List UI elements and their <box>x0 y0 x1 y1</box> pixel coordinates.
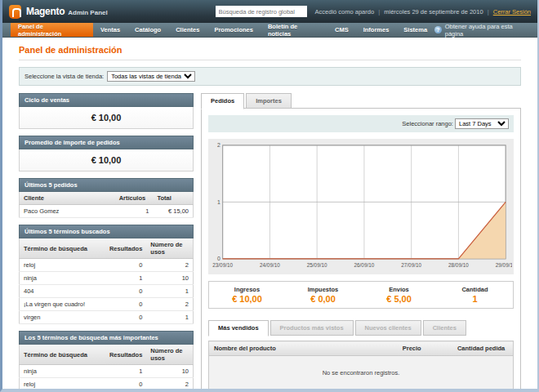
table-cell: reloj <box>20 259 105 272</box>
admin-window: Magento Admin Panel Accedió como apardo … <box>0 0 539 392</box>
brand-name: Magento <box>26 6 65 17</box>
range-label: Seleccionar rango: <box>402 120 453 127</box>
store-switcher-label: Seleccione la vista de tienda: <box>24 73 104 80</box>
header-meta: Accedió como apardo | miércoles 29 de se… <box>315 8 531 16</box>
global-search-input[interactable] <box>216 6 307 17</box>
table-cell: ¡La virgen que cuadro! <box>20 298 105 311</box>
svg-text:24/09/10: 24/09/10 <box>260 262 280 268</box>
help-globe-icon: ? <box>434 26 442 33</box>
logout-link[interactable]: Cerrar Sesión <box>493 8 531 16</box>
column-header: Número de usos <box>146 238 193 259</box>
table-cell: 0 <box>105 259 146 272</box>
table-cell: 0 <box>105 285 146 298</box>
store-switcher-select[interactable]: Todas las vistas de tienda <box>107 71 195 82</box>
brand-suffix: Admin Panel <box>68 9 107 16</box>
stat-cantidad: Cantidad 1 <box>437 286 513 304</box>
column-header: Resultados <box>105 238 146 259</box>
card-title: Los 5 términos de búsqueda más important… <box>19 331 194 345</box>
table-row: Paco Gomez1€ 15,00 <box>20 205 194 218</box>
totals-row: Ingresos € 10,00 Impuestos € 0,00 Envíos… <box>208 281 514 309</box>
svg-text:2: 2 <box>217 142 220 148</box>
magento-logo-icon <box>9 5 21 19</box>
orders-chart-box: 01223/09/1024/09/1025/09/1026/09/1027/09… <box>208 139 514 274</box>
right-column: Pedidos Importes Seleccionar rango: Last… <box>201 93 521 392</box>
tab-nuevos-clientes[interactable]: Nuevos clientes <box>355 320 421 336</box>
products-grid: Nombre del productoPrecioCantidad pedida… <box>208 341 514 392</box>
help-link[interactable]: ? Obtener ayuda para esta página <box>434 23 529 37</box>
column-header: Término de búsqueda <box>20 238 105 259</box>
stat-impuestos: Impuestos € 0,00 <box>285 286 361 304</box>
table-cell: 0 <box>105 311 146 324</box>
logged-in-as: Accedió como apardo <box>315 8 375 16</box>
last-search-terms-card: Últimos 5 términos buscados Término de b… <box>19 225 194 324</box>
range-select[interactable]: Last 7 Days <box>455 118 509 129</box>
nav-item-sistema[interactable]: Sistema <box>396 23 434 37</box>
tab-pedidos[interactable]: Pedidos <box>201 93 244 109</box>
stat-ingresos: Ingresos € 10,00 <box>209 286 285 304</box>
nav-item-boletin[interactable]: Boletín de noticias <box>261 23 327 37</box>
last-search-terms-table: Término de búsquedaResultadosNúmero de u… <box>19 238 194 324</box>
table-cell: 1 <box>115 205 154 218</box>
nav-item-catalogo[interactable]: Catálogo <box>127 23 168 37</box>
column-header: Cliente <box>20 192 115 205</box>
table-row: ninja110 <box>20 272 194 285</box>
svg-text:25/09/10: 25/09/10 <box>307 262 327 268</box>
column-header: Término de búsqueda <box>20 345 105 365</box>
help-label: Obtener ayuda para esta página <box>445 23 529 38</box>
table-cell: € 15,00 <box>154 205 194 218</box>
table-row: ninja110 <box>20 365 194 378</box>
page-title: Panel de administración <box>19 45 521 60</box>
tab-productos-mas-vistos[interactable]: Productos más vistos <box>270 320 354 336</box>
table-row: reloj02 <box>20 259 194 272</box>
table-cell: 1 <box>146 285 193 298</box>
tab-clientes[interactable]: Clientes <box>423 320 466 336</box>
last-orders-card: Últimos 5 pedidos ClienteArtículosTotal … <box>19 178 194 218</box>
card-value: € 10,00 <box>19 107 194 129</box>
nav-item-cms[interactable]: CMS <box>327 23 356 37</box>
table-cell: 1 <box>146 311 193 324</box>
range-bar: Seleccionar rango: Last 7 Days <box>208 115 514 132</box>
lifetime-sales-card: Ciclo de ventas € 10,00 <box>19 93 194 129</box>
tab-importes[interactable]: Importes <box>246 93 292 109</box>
column-header: Nombre del producto <box>209 341 398 356</box>
table-row: 40401 <box>20 285 194 298</box>
table-cell: 2 <box>146 298 193 311</box>
stat-envios: Envíos € 5,00 <box>361 286 437 304</box>
top-search-terms-table: Término de búsquedaResultadosNúmero de u… <box>19 345 194 392</box>
table-cell: virgen <box>20 311 105 324</box>
table-cell: 0 <box>105 298 146 311</box>
table-cell: ninja <box>20 365 105 378</box>
last-orders-table: ClienteArtículosTotal Paco Gomez1€ 15,00 <box>19 192 194 218</box>
tab-mas-vendidos[interactable]: Más vendidos <box>208 320 269 336</box>
table-cell: 0 <box>105 378 146 391</box>
table-cell: 2 <box>146 259 193 272</box>
table-cell: Paco Gomez <box>20 205 115 218</box>
table-cell: 2 <box>146 378 193 391</box>
table-cell: 1 <box>105 365 146 378</box>
nav-item-clientes[interactable]: Clientes <box>168 23 207 37</box>
card-value: € 10,00 <box>19 149 194 172</box>
separator: | <box>378 8 380 16</box>
dashboard-panel: Seleccionar rango: Last 7 Days 01223/09/… <box>201 108 521 392</box>
column-header: Total <box>154 192 194 205</box>
nav-item-informes[interactable]: Informes <box>356 23 397 37</box>
card-title: Ciclo de ventas <box>19 93 194 107</box>
current-date: miércoles 29 de septiembre de 2010 <box>384 8 483 16</box>
table-row: ¡La virgen que cuadro!02 <box>20 298 194 311</box>
nav-item-promociones[interactable]: Promociones <box>207 23 261 37</box>
card-title: Últimos 5 términos buscados <box>19 225 194 238</box>
separator: | <box>488 8 489 16</box>
main-nav: Panel de administración Ventas Catálogo … <box>2 23 537 38</box>
table-cell: ninja <box>20 272 105 285</box>
table-cell: 404 <box>20 285 105 298</box>
nav-item-ventas[interactable]: Ventas <box>93 23 127 37</box>
svg-text:26/09/10: 26/09/10 <box>354 262 375 268</box>
empty-row: No se encontraron registros. <box>209 356 514 392</box>
orders-chart: 01223/09/1024/09/1025/09/1026/09/1027/09… <box>210 140 512 273</box>
card-title: Últimos 5 pedidos <box>19 178 194 192</box>
svg-text:0: 0 <box>217 256 220 261</box>
nav-item-dashboard[interactable]: Panel de administración <box>11 23 93 37</box>
svg-text:28/09/10: 28/09/10 <box>448 262 469 268</box>
svg-text:1: 1 <box>217 199 220 205</box>
column-header: Cantidad pedida <box>452 341 514 356</box>
